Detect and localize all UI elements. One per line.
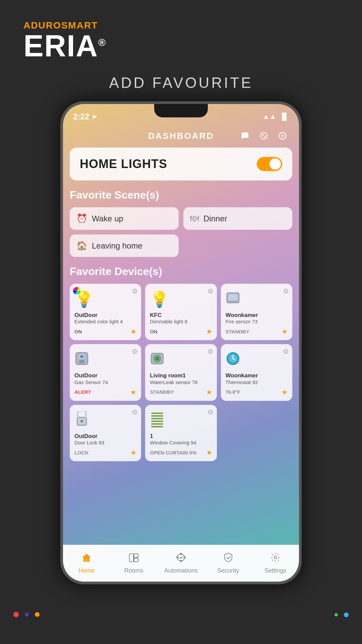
- home-lights-title: HOME LIGHTS: [80, 157, 167, 171]
- svg-point-22: [80, 420, 83, 423]
- svg-rect-31: [129, 554, 133, 562]
- window-covering-icon: [150, 411, 165, 429]
- fire-sensor-icon: [226, 290, 240, 310]
- gear-icon-7[interactable]: ⚙: [132, 408, 138, 416]
- gear-icon-1[interactable]: ⚙: [132, 287, 138, 295]
- devices-grid: ⚙ 💡 OutDoor Extended color light 4 ON ★: [70, 284, 292, 461]
- device-sub-4: Gas Sensor 74: [74, 379, 136, 385]
- gear-icon-2[interactable]: ⚙: [207, 287, 214, 295]
- nav-automations[interactable]: Automations: [158, 552, 205, 574]
- dot-red: [13, 612, 19, 617]
- star-icon-5[interactable]: ★: [206, 388, 212, 396]
- device-card-1[interactable]: ⚙ 💡 OutDoor Extended color light 4 ON ★: [70, 284, 141, 340]
- star-icon-8[interactable]: ★: [206, 448, 212, 457]
- phone-frame: 2:22 ➤ ▲▲ ▐▌ DASHBOARD: [60, 101, 302, 584]
- color-wheel-icon: [73, 287, 80, 294]
- nav-settings[interactable]: Settings: [252, 552, 299, 574]
- edit-icon-btn[interactable]: [257, 129, 270, 142]
- wake-up-label: Wake up: [92, 214, 123, 223]
- star-icon-7[interactable]: ★: [130, 448, 136, 457]
- gear-icon-3[interactable]: ⚙: [283, 287, 289, 295]
- device-card-4[interactable]: ⚙ OutDoor Gas Senso: [70, 344, 141, 400]
- svg-rect-29: [151, 423, 163, 425]
- top-bar-actions: [239, 129, 289, 142]
- device-card-5[interactable]: ⚙ Living room1 WaterLeak sensor 78: [145, 344, 217, 400]
- status-icons: ▲▲ ▐▌: [263, 113, 289, 120]
- nav-home[interactable]: Home: [63, 553, 110, 574]
- automations-nav-icon: [176, 552, 186, 565]
- device-card-2[interactable]: ⚙ 💡 KFC Dimmable light 8 ON ★: [145, 284, 217, 340]
- wake-up-icon: ⏰: [76, 213, 87, 224]
- star-icon-6[interactable]: ★: [282, 388, 288, 396]
- device-name-5: Living room1: [150, 372, 212, 379]
- battery-icon: ▐▌: [280, 113, 289, 120]
- app-header: ADUROSMART ERIA®: [0, 0, 362, 71]
- add-icon-btn[interactable]: [276, 129, 289, 142]
- device-card-7[interactable]: ⚙: [70, 405, 141, 461]
- svg-point-36: [180, 560, 182, 562]
- scene-dinner[interactable]: 🍽 Dinner: [183, 207, 292, 230]
- message-icon-btn[interactable]: [239, 129, 251, 142]
- device-sub-6: Thermostat 92: [226, 379, 288, 385]
- brand-eria: ERIA®: [23, 31, 106, 61]
- svg-point-38: [184, 557, 185, 558]
- star-icon-4[interactable]: ★: [130, 388, 136, 396]
- waterleak-icon: [150, 351, 165, 369]
- device-card-3[interactable]: ⚙ Woonkamer Fire sensor 73: [221, 284, 292, 340]
- svg-rect-9: [79, 360, 84, 363]
- scene-leaving-home[interactable]: 🏠 Leaving home: [70, 234, 179, 257]
- nav-security[interactable]: Security: [204, 552, 252, 574]
- dinner-label: Dinner: [203, 214, 227, 223]
- security-nav-label: Security: [217, 567, 239, 574]
- device-status-6: 76.8°F: [226, 389, 240, 395]
- svg-point-35: [180, 553, 182, 554]
- notch: [154, 104, 208, 117]
- star-icon-3[interactable]: ★: [282, 327, 288, 335]
- home-lights-toggle[interactable]: [257, 157, 282, 171]
- wifi-icon: ▲▲: [263, 113, 276, 120]
- svg-rect-25: [151, 413, 163, 414]
- gear-icon-8[interactable]: ⚙: [207, 408, 214, 416]
- device-status-7: LOCK: [74, 450, 89, 455]
- phone-screen: 2:22 ➤ ▲▲ ▐▌ DASHBOARD: [63, 104, 299, 582]
- settings-nav-label: Settings: [264, 567, 286, 574]
- dot-cyan: [344, 612, 349, 617]
- dot-blue: [25, 612, 29, 616]
- scenes-grid: ⏰ Wake up 🍽 Dinner: [70, 207, 292, 230]
- svg-point-19: [232, 358, 234, 359]
- device-sub-8: Window Covering 94: [150, 440, 212, 446]
- svg-rect-6: [228, 294, 238, 300]
- gear-icon-6[interactable]: ⚙: [283, 347, 289, 356]
- star-icon-2[interactable]: ★: [206, 327, 212, 335]
- device-status-4: ALERT: [74, 389, 91, 395]
- svg-rect-30: [151, 426, 163, 427]
- scenes-section-title: Favorite Scene(s): [70, 189, 292, 201]
- device-name-1: OutDoor: [74, 312, 136, 319]
- thermostat-icon: [226, 351, 240, 369]
- bottom-nav: Home Rooms: [63, 545, 299, 582]
- gas-sensor-icon: [74, 351, 89, 369]
- scene-wake-up[interactable]: ⏰ Wake up: [70, 207, 179, 230]
- svg-rect-24: [85, 412, 86, 418]
- scroll-content[interactable]: HOME LIGHTS Favorite Scene(s) ⏰ Wake up …: [63, 148, 299, 545]
- svg-line-1: [261, 133, 266, 138]
- star-icon-1[interactable]: ★: [130, 327, 136, 335]
- rooms-nav-icon: [129, 553, 139, 565]
- home-lights-card[interactable]: HOME LIGHTS: [70, 148, 292, 180]
- gear-icon-5[interactable]: ⚙: [207, 347, 214, 356]
- device-sub-7: Door Lock 93: [74, 440, 136, 446]
- rooms-nav-label: Rooms: [124, 567, 143, 574]
- dashboard-title: DASHBOARD: [148, 131, 214, 141]
- nav-rooms[interactable]: Rooms: [110, 553, 158, 574]
- dot-orange: [35, 612, 40, 617]
- device-sub-1: Extended color light 4: [74, 319, 136, 325]
- device-status-1: ON: [74, 329, 82, 334]
- device-name-7: OutDoor: [74, 433, 136, 440]
- device-name-3: Woonkamer: [226, 312, 288, 319]
- svg-rect-34: [178, 554, 184, 560]
- device-card-8[interactable]: ⚙: [145, 405, 217, 461]
- gear-icon-4[interactable]: ⚙: [132, 347, 138, 356]
- devices-section-title: Favorite Device(s): [70, 265, 292, 278]
- svg-rect-32: [134, 554, 138, 557]
- device-card-6[interactable]: ⚙ Woonkamer: [221, 344, 292, 400]
